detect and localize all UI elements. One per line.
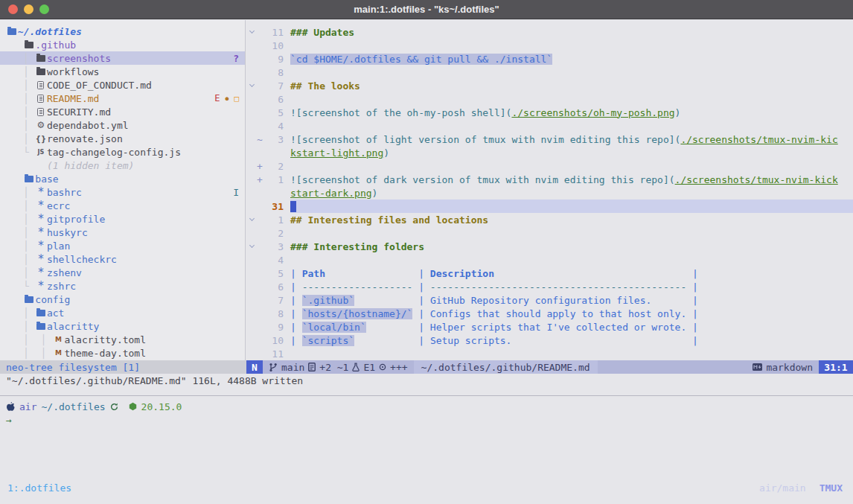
tree-item-dotfiles[interactable]: ~/.dotfiles (0, 25, 245, 38)
editor-line[interactable]: 5| Path | Description | (246, 267, 853, 280)
git-sign (257, 188, 264, 199)
editor-line[interactable]: 2 (246, 226, 853, 240)
text-segment (366, 322, 413, 333)
editor-line[interactable]: 4 (246, 253, 853, 267)
text-segment: | (686, 308, 698, 319)
line-text (290, 39, 853, 52)
editor-line[interactable]: 11### Updates (246, 25, 853, 39)
text-segment: GitHub Repository configuration files. (430, 295, 686, 306)
git-status-segment: main +2 ~1 E1 +++ (263, 360, 414, 374)
editor-line[interactable]: 3### Interesting folders (246, 240, 853, 253)
tree-item-badges: E●□ (214, 93, 239, 103)
tree-item-theme-day-toml[interactable]: │ │ Mtheme-day.toml (0, 346, 245, 360)
git-sign (257, 281, 264, 293)
editor-line[interactable]: 1## Interesting files and locations (246, 213, 853, 226)
fold-column[interactable] (246, 246, 257, 247)
tree-indent-guide (0, 173, 23, 185)
tree-item-gitprofile[interactable]: │ *gitprofile (0, 212, 245, 226)
git-sign (257, 335, 264, 346)
editor-line[interactable]: 9| `local/bin` | Helper scripts that I'v… (246, 320, 853, 334)
tree-indent-guide: └ (0, 281, 35, 292)
tree-item-code-of-conduct-md[interactable]: │ CODE_OF_CONDUCT.md (0, 78, 245, 92)
editor-line[interactable]: 7## The looks (246, 79, 853, 92)
tree-item-tag-changelog-config-js[interactable]: └ JStag-changelog-config.js (0, 145, 245, 159)
editor-line[interactable]: kstart-light.png) (246, 146, 853, 159)
tree-item-1-hidden-item[interactable]: (1 hidden item) (0, 159, 245, 172)
line-text (290, 200, 853, 213)
tree-item-config[interactable]: config (0, 293, 245, 306)
text-segment: `.github` (302, 295, 354, 306)
editor-line[interactable]: ~3![screenshot of light version of tmux … (246, 133, 853, 146)
tree-item-github[interactable]: .github (0, 38, 245, 51)
editor-line[interactable]: 7| `.github` | GitHub Repository configu… (246, 293, 853, 307)
fold-column[interactable] (246, 31, 257, 33)
line-text: | `hosts/{hostname}/` | Configs that sho… (290, 307, 853, 320)
line-text: kstart-light.png) (290, 146, 853, 159)
editor-line[interactable]: +1![screenshot of dark version of tmux w… (246, 173, 853, 186)
text-segment: | (686, 335, 698, 346)
record-circle-icon (379, 363, 386, 371)
editor-line[interactable]: +2 (246, 159, 853, 173)
tree-item-label: zshenv (47, 267, 82, 278)
tree-indent-guide (0, 294, 23, 305)
text-segment: Configs that should apply to that host o… (430, 308, 686, 319)
tree-item-alacritty[interactable]: │ alacritty (0, 319, 245, 333)
editor-line[interactable]: 11 (246, 347, 853, 360)
tree-item-screenshots[interactable]: │ screenshots? (0, 51, 245, 65)
text-segment: Helper scripts that I've collected or wr… (430, 322, 686, 333)
editor-line[interactable]: 8 (246, 66, 853, 79)
toml-icon: M (52, 336, 64, 343)
editor-line[interactable]: 31 (246, 200, 853, 213)
tree-item-bashrc[interactable]: │ *bashrcI (0, 185, 245, 199)
status-badge: E (214, 93, 220, 103)
line-text: start-dark.png) (290, 186, 853, 200)
git-sign (257, 67, 264, 78)
tree-item-act[interactable]: │ act (0, 306, 245, 319)
text-segment: start-dark.png (290, 188, 372, 199)
prompt-char[interactable]: → (6, 415, 12, 426)
shell-pane[interactable]: air ~/.dotfiles 20.15.0 → (6, 400, 182, 427)
tree-item-plan[interactable]: │ *plan (0, 239, 245, 252)
star-icon: * (35, 239, 47, 252)
editor-line[interactable]: start-dark.png) (246, 186, 853, 200)
editor-line[interactable]: 10 (246, 39, 853, 52)
tree-indent-guide (0, 26, 6, 37)
line-number: 2 (264, 161, 284, 172)
line-number: 11 (264, 27, 284, 38)
tree-item-shellcheckrc[interactable]: │ *shellcheckrc (0, 252, 245, 266)
editor-line[interactable]: 8| `hosts/{hostname}/` | Configs that sh… (246, 307, 853, 320)
tree-item-zshenv[interactable]: │ *zshenv (0, 266, 245, 279)
tree-item-label: workflows (47, 66, 99, 77)
editor-line[interactable]: 4 (246, 119, 853, 133)
text-segment: `hosts/{hostname}/` (302, 308, 413, 319)
text-cursor (290, 201, 296, 212)
file-changes-icon (308, 363, 316, 371)
tree-item-workflows[interactable]: │ workflows (0, 65, 245, 78)
editor-line[interactable]: 6 (246, 92, 853, 106)
tree-item-dependabot-yml[interactable]: │ ⚙dependabot.yml (0, 118, 245, 132)
git-sign (257, 214, 264, 226)
tree-item-renovate-json[interactable]: │ {}renovate.json (0, 132, 245, 145)
tmux-window-tab[interactable]: 1:.dotfiles (7, 482, 71, 494)
fold-column[interactable] (246, 85, 257, 86)
editor-line[interactable]: 10| `scripts` | Setup scripts. | (246, 334, 853, 347)
editor-line[interactable]: 9`cd $HOME/.dotfiles && git pull && ./in… (246, 52, 853, 66)
fold-column[interactable] (246, 219, 257, 220)
tree-item-security-md[interactable]: │ SECURITY.md (0, 105, 245, 118)
tree-item-huskyrc[interactable]: │ *huskyrc (0, 226, 245, 239)
refresh-icon (110, 403, 118, 411)
text-segment: | (686, 281, 698, 293)
text-segment: | (412, 322, 429, 333)
tree-item-base[interactable]: base (0, 172, 245, 185)
tree-item-readme-md[interactable]: │ README.mdE●□ (0, 92, 245, 105)
editor-line[interactable]: 5![screenshot of the oh-my-posh shell](.… (246, 106, 853, 119)
editor-line[interactable]: 6| ------------------- | ---------------… (246, 280, 853, 293)
tree-item-label: (1 hidden item) (47, 160, 134, 171)
git-sign (257, 322, 264, 333)
tree-item-alacritty-toml[interactable]: │ │ Malacritty.toml (0, 333, 245, 346)
tree-item-zshrc[interactable]: └ *zshrc (0, 279, 245, 293)
text-segment: `scripts` (302, 335, 354, 346)
tree-item-ecrc[interactable]: │ *ecrc (0, 199, 245, 212)
tree-indent-guide: │ (0, 227, 35, 238)
tree-indent-guide: │ (0, 133, 35, 144)
